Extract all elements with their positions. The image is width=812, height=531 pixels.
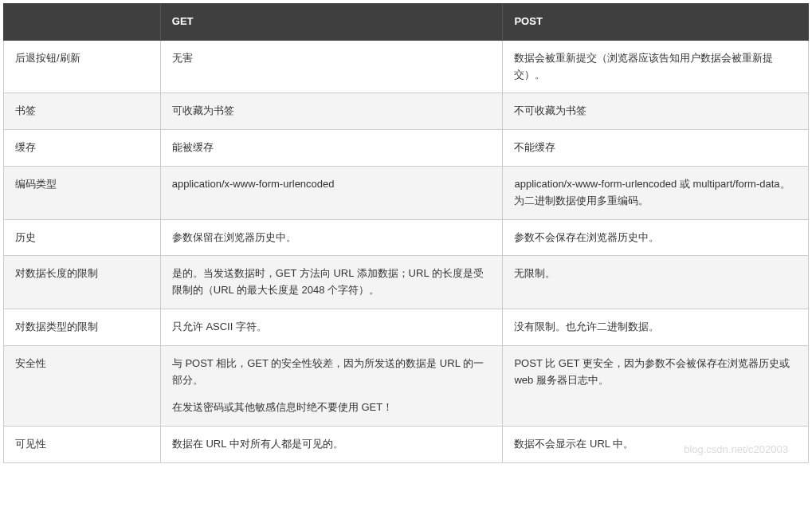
- row-label: 安全性: [4, 345, 161, 426]
- header-get: GET: [160, 4, 503, 41]
- row-get: 能被缓存: [160, 130, 503, 167]
- row-get: 数据在 URL 中对所有人都是可见的。: [160, 427, 503, 463]
- row-get: 可收藏为书签: [160, 93, 503, 130]
- table-row: 对数据类型的限制 只允许 ASCII 字符。 没有限制。也允许二进制数据。: [4, 309, 809, 345]
- row-post: 参数不会保存在浏览器历史中。: [503, 219, 809, 256]
- table-row: 后退按钮/刷新 无害 数据会被重新提交（浏览器应该告知用户数据会被重新提交）。: [4, 40, 809, 93]
- row-post: 无限制。: [503, 256, 809, 309]
- table-row: 历史 参数保留在浏览器历史中。 参数不会保存在浏览器历史中。: [4, 219, 809, 256]
- row-post: POST 比 GET 更安全，因为参数不会被保存在浏览器历史或 web 服务器日…: [503, 345, 809, 426]
- row-get: 与 POST 相比，GET 的安全性较差，因为所发送的数据是 URL 的一部分。…: [160, 345, 503, 426]
- header-post: POST: [503, 4, 809, 41]
- table-header-row: GET POST: [4, 4, 809, 41]
- row-post: 没有限制。也允许二进制数据。: [503, 309, 809, 345]
- row-post: 不可收藏为书签: [503, 93, 809, 130]
- row-label: 缓存: [4, 130, 161, 167]
- row-label: 后退按钮/刷新: [4, 40, 161, 93]
- row-label: 对数据类型的限制: [4, 309, 161, 345]
- row-get: 参数保留在浏览器历史中。: [160, 219, 503, 256]
- row-get: 只允许 ASCII 字符。: [160, 309, 503, 345]
- row-label: 可见性: [4, 427, 161, 463]
- row-label: 编码类型: [4, 166, 161, 219]
- table-row: 编码类型 application/x-www-form-urlencoded a…: [4, 166, 809, 219]
- table-row: 书签 可收藏为书签 不可收藏为书签: [4, 93, 809, 130]
- header-empty: [4, 4, 161, 41]
- row-label: 历史: [4, 219, 161, 256]
- row-get: 无害: [160, 40, 503, 93]
- row-get: application/x-www-form-urlencoded: [160, 166, 503, 219]
- row-label: 书签: [4, 93, 161, 130]
- row-label: 对数据长度的限制: [4, 256, 161, 309]
- table-row: 安全性 与 POST 相比，GET 的安全性较差，因为所发送的数据是 URL 的…: [4, 345, 809, 426]
- row-post: application/x-www-form-urlencoded 或 mult…: [503, 166, 809, 219]
- table-row: 可见性 数据在 URL 中对所有人都是可见的。 数据不会显示在 URL 中。: [4, 427, 809, 463]
- row-post: 数据会被重新提交（浏览器应该告知用户数据会被重新提交）。: [503, 40, 809, 93]
- table-row: 缓存 能被缓存 不能缓存: [4, 130, 809, 167]
- row-get: 是的。当发送数据时，GET 方法向 URL 添加数据；URL 的长度是受限制的（…: [160, 256, 503, 309]
- table-row: 对数据长度的限制 是的。当发送数据时，GET 方法向 URL 添加数据；URL …: [4, 256, 809, 309]
- row-post: 数据不会显示在 URL 中。: [503, 427, 809, 463]
- comparison-table: GET POST 后退按钮/刷新 无害 数据会被重新提交（浏览器应该告知用户数据…: [3, 3, 809, 463]
- row-get-p1: 与 POST 相比，GET 的安全性较差，因为所发送的数据是 URL 的一部分。: [172, 356, 492, 389]
- row-get-p2: 在发送密码或其他敏感信息时绝不要使用 GET！: [172, 399, 492, 416]
- row-post: 不能缓存: [503, 130, 809, 167]
